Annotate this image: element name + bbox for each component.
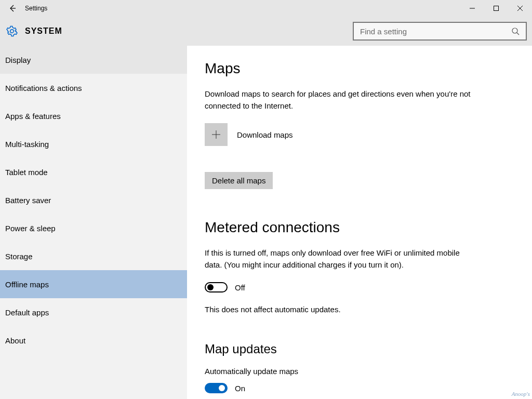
sidebar-item-label: Multi-tasking [5, 140, 49, 149]
sidebar-item-label: Power & sleep [5, 224, 56, 233]
sidebar-item-label: Default apps [5, 308, 49, 317]
back-button[interactable] [0, 0, 25, 17]
delete-all-maps-button[interactable]: Delete all maps [205, 172, 273, 189]
sidebar-item-default-apps[interactable]: Default apps [0, 298, 187, 326]
auto-update-toggle-row: On [205, 383, 514, 393]
sidebar-item-about[interactable]: About [0, 326, 187, 354]
metered-description: If this is turned off, maps only downloa… [205, 247, 475, 271]
sidebar-item-label: Storage [5, 252, 33, 261]
sidebar-item-power-sleep[interactable]: Power & sleep [0, 214, 187, 242]
sidebar-item-battery-saver[interactable]: Battery saver [0, 186, 187, 214]
watermark: Anoop's [512, 391, 530, 397]
body-area: Display Notifications & actions Apps & f… [0, 46, 532, 399]
plus-icon [211, 130, 221, 139]
svg-point-5 [512, 28, 517, 33]
auto-update-toggle-label: On [235, 384, 245, 393]
metered-toggle-row: Off [205, 282, 514, 292]
header-left: SYSTEM [6, 25, 62, 37]
sidebar-item-label: Offline maps [5, 280, 49, 289]
download-maps-button[interactable] [205, 123, 228, 146]
window-titlebar: Settings [0, 0, 532, 17]
maximize-icon [494, 6, 499, 11]
toggle-knob [219, 385, 225, 391]
sidebar-item-label: Display [5, 56, 31, 64]
search-box[interactable] [353, 22, 527, 41]
metered-heading: Metered connections [205, 219, 514, 236]
metered-toggle[interactable] [205, 282, 228, 292]
sidebar: Display Notifications & actions Apps & f… [0, 46, 187, 399]
close-button[interactable] [508, 0, 532, 17]
search-icon [511, 27, 520, 35]
sidebar-item-storage[interactable]: Storage [0, 242, 187, 270]
sidebar-item-label: Notifications & actions [5, 84, 82, 92]
sidebar-item-label: Apps & features [5, 112, 61, 121]
sidebar-item-multitasking[interactable]: Multi-tasking [0, 130, 187, 158]
maps-description: Download maps to search for places and g… [205, 88, 475, 112]
sidebar-item-label: About [5, 336, 25, 345]
window-title: Settings [25, 5, 47, 12]
metered-note: This does not affect automatic updates. [205, 305, 514, 314]
sidebar-item-offline-maps[interactable]: Offline maps [0, 270, 187, 298]
arrow-left-icon [8, 4, 17, 12]
content-panel: Maps Download maps to search for places … [187, 46, 532, 399]
auto-update-toggle[interactable] [205, 383, 228, 393]
sidebar-item-label: Tablet mode [5, 168, 48, 177]
maximize-button[interactable] [484, 0, 508, 17]
minimize-icon [470, 6, 475, 11]
sidebar-item-tablet-mode[interactable]: Tablet mode [0, 158, 187, 186]
maps-heading: Maps [205, 60, 514, 77]
header-title: SYSTEM [25, 26, 62, 36]
toggle-knob [207, 284, 214, 290]
sidebar-item-label: Battery saver [5, 196, 51, 205]
sidebar-item-notifications[interactable]: Notifications & actions [0, 74, 187, 102]
sidebar-item-apps-features[interactable]: Apps & features [0, 102, 187, 130]
close-icon [517, 6, 523, 11]
window-controls [460, 0, 532, 17]
auto-update-label: Automatically update maps [205, 367, 514, 376]
settings-header: SYSTEM [0, 17, 532, 46]
sidebar-item-display[interactable]: Display [0, 46, 187, 74]
svg-rect-2 [494, 6, 499, 11]
map-updates-heading: Map updates [205, 342, 514, 356]
search-input[interactable] [360, 27, 511, 36]
download-maps-row: Download maps [205, 123, 514, 146]
download-maps-label: Download maps [237, 130, 293, 139]
gear-icon [6, 25, 18, 37]
minimize-button[interactable] [460, 0, 484, 17]
metered-toggle-label: Off [235, 283, 245, 292]
svg-line-6 [517, 33, 519, 35]
